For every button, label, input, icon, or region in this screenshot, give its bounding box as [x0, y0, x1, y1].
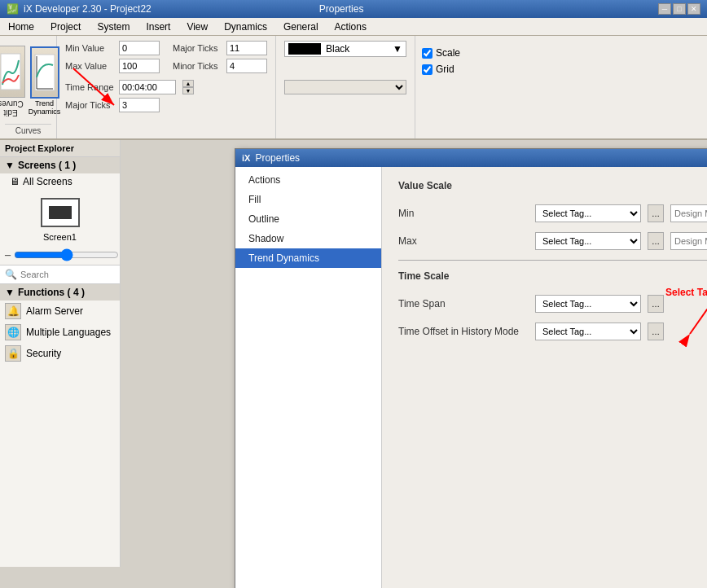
- all-screens-item[interactable]: 🖥 All Screens: [0, 173, 120, 190]
- languages-label: Multiple Languages: [26, 327, 111, 338]
- major-ticks-input[interactable]: [226, 41, 267, 55]
- zoom-slider[interactable]: [14, 248, 119, 261]
- major-ticks-label: Major Ticks: [173, 43, 222, 53]
- languages-icon: 🌐: [5, 324, 21, 340]
- window-controls: ─ □ ✕: [658, 3, 700, 15]
- nav-fill[interactable]: Fill: [235, 190, 381, 209]
- toolbar: Edit Curves Trend Dynamics Curves Min Va…: [0, 36, 707, 140]
- min-design-value[interactable]: [670, 204, 707, 222]
- menu-insert[interactable]: Insert: [138, 20, 178, 34]
- minor-ticks-input[interactable]: [226, 59, 267, 73]
- max-value-label: Max Value: [65, 61, 114, 71]
- window-title: Properties: [319, 3, 364, 15]
- max-design-value[interactable]: [670, 232, 707, 250]
- color-select2[interactable]: [284, 80, 406, 94]
- nav-trend-dynamics[interactable]: Trend Dynamics: [235, 248, 381, 268]
- time-scale-header: Time Scale: [398, 270, 707, 285]
- title-bar: 💹 iX Developer 2.30 - Project22 Properti…: [0, 0, 707, 18]
- all-screens-icon: 🖥: [10, 176, 20, 187]
- trend-dynamics-button[interactable]: Trend Dynamics: [29, 46, 61, 116]
- alarm-server-icon: 🔔: [5, 303, 21, 319]
- max-value-input[interactable]: [119, 59, 160, 73]
- main-area: Project Explorer ▼ Screens ( 1 ) 🖥 All S…: [0, 140, 707, 567]
- time-span-select[interactable]: Select Tag...: [535, 295, 641, 313]
- time-offset-row: Time Offset in History Mode Select Tag..…: [398, 323, 707, 340]
- all-screens-label: All Screens: [23, 176, 72, 187]
- grid-label: Grid: [436, 64, 455, 75]
- min-dots-button[interactable]: …: [648, 204, 664, 222]
- scale-checkbox[interactable]: [422, 48, 433, 59]
- screens-collapse-icon: ▼: [5, 160, 15, 171]
- zoom-slider-row: ─: [0, 245, 120, 265]
- sidebar: Project Explorer ▼ Screens ( 1 ) 🖥 All S…: [0, 140, 121, 567]
- trend-dynamics-label: Trend Dynamics: [29, 100, 61, 116]
- min-prop-row: Min Select Tag... …: [398, 204, 707, 222]
- maximize-button[interactable]: □: [673, 3, 686, 15]
- functions-label: Functions ( 4 ): [18, 287, 85, 298]
- major-ticks-input2[interactable]: [119, 98, 160, 112]
- functions-collapse-icon: ▼: [5, 287, 15, 298]
- grid-checkbox[interactable]: [422, 64, 433, 75]
- menu-view[interactable]: View: [178, 20, 216, 34]
- app-icon: 💹: [7, 3, 19, 15]
- menu-home[interactable]: Home: [0, 20, 42, 34]
- min-select-tag[interactable]: Select Tag...: [535, 204, 641, 222]
- min-label: Min: [398, 208, 529, 219]
- time-range-label: Time Range: [65, 82, 114, 92]
- menu-system[interactable]: System: [89, 20, 138, 34]
- screen-thumb-inner: [49, 206, 72, 219]
- time-range-down[interactable]: ▼: [182, 87, 194, 94]
- screens-section-label: Screens ( 1 ): [18, 160, 76, 171]
- search-input[interactable]: [20, 270, 115, 279]
- menu-actions[interactable]: Actions: [327, 20, 375, 34]
- function-security[interactable]: 🔒 Security: [0, 343, 120, 364]
- color-dropdown[interactable]: Black ▼: [284, 41, 406, 57]
- time-offset-select[interactable]: Select Tag...: [535, 323, 641, 340]
- menu-bar: Home Project System Insert View Dynamics…: [0, 18, 707, 36]
- menu-dynamics[interactable]: Dynamics: [216, 20, 275, 34]
- scale-label: Scale: [436, 47, 460, 59]
- menu-general[interactable]: General: [275, 20, 327, 34]
- major-ticks-label2: Major Ticks: [65, 100, 114, 110]
- color-dropdown-arrow: ▼: [393, 43, 402, 55]
- nav-actions[interactable]: Actions: [235, 170, 381, 190]
- search-bar: 🔍: [0, 265, 120, 284]
- time-span-row: Time Span Select Tag... …: [398, 295, 707, 313]
- dialog-nav: Actions Fill Outline Shadow Trend Dynami…: [235, 167, 382, 588]
- max-prop-row: Max Select Tag... …: [398, 232, 707, 250]
- nav-shadow[interactable]: Shadow: [235, 229, 381, 248]
- screen-thumbnail-container: Screen1: [41, 193, 80, 242]
- alarm-server-label: Alarm Server: [26, 305, 83, 317]
- minimize-button[interactable]: ─: [658, 3, 671, 15]
- edit-curves-button[interactable]: Edit Curves: [0, 46, 25, 117]
- max-dots-button[interactable]: …: [648, 232, 664, 250]
- nav-outline[interactable]: Outline: [235, 209, 381, 229]
- search-icon: 🔍: [5, 269, 17, 280]
- screens-section[interactable]: ▼ Screens ( 1 ): [0, 157, 120, 173]
- security-icon: 🔒: [5, 345, 21, 362]
- close-button[interactable]: ✕: [687, 3, 700, 15]
- dialog-content-panel: Value Scale Min Select Tag... … Max: [382, 167, 707, 588]
- time-offset-dots[interactable]: …: [648, 323, 664, 340]
- time-span-dots[interactable]: …: [648, 295, 664, 313]
- screen-thumb[interactable]: [41, 198, 80, 227]
- function-alarm-server[interactable]: 🔔 Alarm Server: [0, 301, 120, 322]
- curves-group-label: Curves: [5, 124, 51, 135]
- value-scale-header: Value Scale: [398, 180, 707, 195]
- divider1: [398, 260, 707, 261]
- time-offset-label: Time Offset in History Mode: [398, 326, 529, 337]
- time-range-up[interactable]: ▲: [182, 80, 194, 87]
- min-value-input[interactable]: [119, 41, 160, 55]
- color-swatch: [288, 43, 321, 55]
- min-value-label: Min Value: [65, 43, 114, 53]
- functions-section-header[interactable]: ▼ Functions ( 4 ): [0, 284, 120, 301]
- sidebar-header: Project Explorer: [0, 140, 120, 157]
- zoom-out-icon[interactable]: ─: [5, 251, 11, 260]
- functions-section: ▼ Functions ( 4 ) 🔔 Alarm Server 🌐 Multi…: [0, 284, 120, 567]
- max-label: Max: [398, 235, 529, 247]
- menu-project[interactable]: Project: [42, 20, 89, 34]
- time-range-input[interactable]: [119, 80, 176, 94]
- max-select-tag[interactable]: Select Tag...: [535, 232, 641, 250]
- function-multiple-languages[interactable]: 🌐 Multiple Languages: [0, 322, 120, 343]
- content-area: iX Properties ─ □ ✕ Actions Fill Outline…: [121, 140, 707, 567]
